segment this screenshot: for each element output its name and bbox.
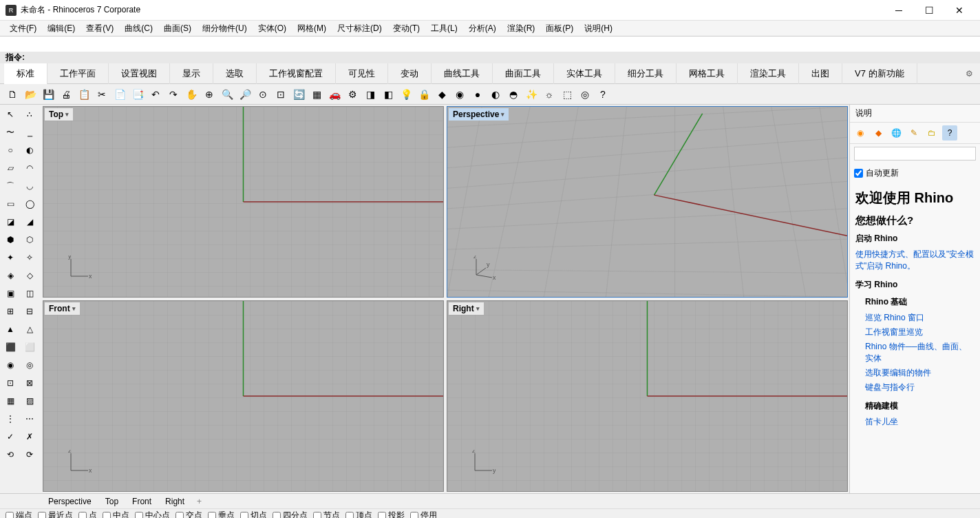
- side-btn-3-1[interactable]: ◠: [21, 160, 39, 176]
- side-btn-15-0[interactable]: ⊡: [1, 375, 19, 391]
- side-btn-17-1[interactable]: ⋯: [21, 411, 39, 427]
- side-btn-13-1[interactable]: ⬜: [21, 339, 39, 355]
- menu-item-5[interactable]: 细分物件(U): [197, 21, 253, 37]
- side-btn-11-1[interactable]: ⊟: [21, 303, 39, 320]
- toolbar-btn-3[interactable]: 🖨: [58, 86, 74, 103]
- osnap-5[interactable]: 交点: [175, 510, 202, 518]
- toolbar-btn-25[interactable]: ◉: [451, 86, 468, 103]
- side-btn-4-0[interactable]: ⌒: [1, 178, 19, 194]
- osnap-check-8[interactable]: [273, 512, 281, 519]
- osnap-check-0[interactable]: [6, 512, 14, 519]
- side-btn-4-1[interactable]: ◡: [21, 178, 39, 194]
- orange-diamond-icon[interactable]: ◆: [871, 125, 886, 141]
- osnap-check-6[interactable]: [208, 512, 216, 519]
- tab-11[interactable]: 细分工具: [615, 63, 677, 84]
- side-btn-14-0[interactable]: ◉: [1, 357, 19, 373]
- toolbar-btn-9[interactable]: ↷: [165, 86, 182, 103]
- side-btn-15-1[interactable]: ⊠: [21, 375, 39, 391]
- osnap-check-10[interactable]: [345, 512, 354, 519]
- side-btn-10-1[interactable]: ◫: [21, 285, 39, 302]
- osnap-check-1[interactable]: [38, 512, 46, 519]
- toolbar-btn-31[interactable]: ⬚: [559, 86, 575, 103]
- tab-3[interactable]: 显示: [170, 63, 213, 84]
- close-button[interactable]: ✕: [944, 1, 974, 20]
- help-panel-icon[interactable]: ?: [942, 125, 957, 141]
- viewport-front[interactable]: Front▾ xz: [43, 300, 444, 492]
- viewport-tab-perspective[interactable]: Perspective: [41, 495, 98, 508]
- side-btn-18-0[interactable]: ✓: [1, 428, 19, 445]
- toolbar-btn-6[interactable]: 📄: [111, 86, 128, 103]
- osnap-6[interactable]: 垂点: [208, 510, 235, 518]
- osnap-11[interactable]: 投影: [378, 510, 405, 518]
- folder-icon[interactable]: 🗀: [924, 125, 939, 141]
- toolbar-btn-18[interactable]: 🚗: [326, 86, 343, 103]
- osnap-8[interactable]: 四分点: [273, 510, 308, 518]
- toolbar-btn-1[interactable]: 📂: [22, 86, 39, 103]
- side-btn-7-1[interactable]: ⬡: [21, 231, 39, 248]
- side-btn-8-0[interactable]: ✦: [1, 249, 19, 266]
- menu-item-2[interactable]: 查看(V): [81, 21, 119, 37]
- command-input[interactable]: [28, 53, 974, 63]
- osnap-check-11[interactable]: [378, 512, 386, 519]
- side-btn-10-0[interactable]: ▣: [1, 285, 19, 302]
- toolbar-btn-11[interactable]: ⊕: [201, 86, 217, 103]
- osnap-check-3[interactable]: [103, 512, 111, 519]
- osnap-0[interactable]: 端点: [6, 510, 32, 518]
- toolbar-btn-16[interactable]: 🔄: [290, 86, 307, 103]
- side-btn-14-1[interactable]: ◎: [21, 357, 39, 373]
- toolbar-btn-24[interactable]: ◆: [434, 86, 450, 103]
- side-btn-0-0[interactable]: ↖: [1, 106, 19, 123]
- osnap-10[interactable]: 顶点: [345, 510, 372, 518]
- toolbar-btn-21[interactable]: ◧: [380, 86, 396, 103]
- side-btn-16-1[interactable]: ▨: [21, 393, 39, 409]
- osnap-2[interactable]: 点: [78, 510, 97, 518]
- toolbar-btn-10[interactable]: ✋: [183, 86, 200, 103]
- viewport-front-label[interactable]: Front▾: [45, 302, 80, 315]
- side-btn-6-1[interactable]: ◢: [21, 214, 39, 230]
- menu-item-11[interactable]: 分析(A): [463, 21, 502, 37]
- side-btn-9-1[interactable]: ◇: [21, 267, 39, 284]
- side-btn-6-0[interactable]: ◪: [1, 214, 19, 230]
- viewport-tab-top[interactable]: Top: [98, 495, 125, 508]
- side-btn-2-1[interactable]: ◐: [21, 142, 39, 158]
- viewport-perspective[interactable]: Perspective▾ xzy: [447, 106, 848, 298]
- menu-item-1[interactable]: 编辑(E): [42, 21, 81, 37]
- pencil-icon[interactable]: ✎: [906, 125, 922, 141]
- tab-10[interactable]: 实体工具: [554, 63, 615, 84]
- side-btn-8-1[interactable]: ✧: [21, 249, 39, 266]
- toolbar-btn-12[interactable]: 🔍: [219, 86, 235, 103]
- toolbar-btn-20[interactable]: ◨: [362, 86, 379, 103]
- auto-update-checkbox[interactable]: [854, 169, 863, 178]
- side-btn-19-0[interactable]: ⟲: [1, 446, 19, 463]
- side-btn-16-0[interactable]: ▦: [1, 393, 19, 409]
- toolbar-btn-22[interactable]: 💡: [398, 86, 414, 103]
- maximize-button[interactable]: ☐: [914, 1, 944, 20]
- menu-item-10[interactable]: 工具(L): [425, 21, 463, 37]
- side-btn-1-0[interactable]: 〜: [1, 124, 19, 141]
- help-link-4[interactable]: 键盘与指令行: [865, 380, 974, 395]
- tab-13[interactable]: 渲染工具: [738, 63, 799, 84]
- viewport-right-label[interactable]: Right▾: [449, 302, 484, 315]
- toolbar-btn-17[interactable]: ▦: [308, 86, 325, 103]
- help-link-1[interactable]: 工作视窗里巡览: [865, 325, 974, 340]
- help-link-cartesian[interactable]: 笛卡儿坐: [865, 415, 974, 429]
- help-link-start[interactable]: 使用快捷方式、配置以及"安全模式"启动 Rhino。: [855, 247, 974, 273]
- viewport-top[interactable]: Top▾ xy: [43, 106, 444, 298]
- side-btn-5-0[interactable]: ▭: [1, 196, 19, 212]
- tab-1[interactable]: 工作平面: [47, 63, 109, 84]
- osnap-1[interactable]: 最近点: [38, 510, 73, 518]
- side-btn-9-0[interactable]: ◈: [1, 267, 19, 284]
- toolbar-btn-8[interactable]: ↶: [147, 86, 164, 103]
- viewport-right[interactable]: Right▾ yz: [447, 300, 848, 492]
- osnap-7[interactable]: 切点: [240, 510, 267, 518]
- tab-8[interactable]: 曲线工具: [432, 63, 493, 84]
- toolbar-btn-26[interactable]: ●: [469, 86, 486, 103]
- toolbar-btn-13[interactable]: 🔎: [237, 86, 253, 103]
- side-btn-12-1[interactable]: △: [21, 321, 39, 338]
- toolbar-btn-5[interactable]: ✂: [94, 86, 110, 103]
- gear-icon[interactable]: ⚙: [959, 65, 980, 83]
- toolbar-btn-19[interactable]: ⚙: [344, 86, 361, 103]
- toolbar-btn-33[interactable]: ?: [595, 86, 611, 103]
- side-btn-18-1[interactable]: ✗: [21, 428, 39, 445]
- side-btn-12-0[interactable]: ▲: [1, 321, 19, 338]
